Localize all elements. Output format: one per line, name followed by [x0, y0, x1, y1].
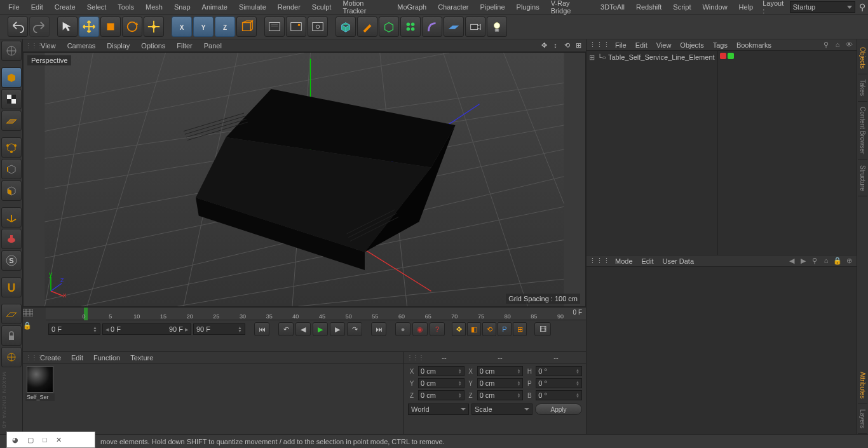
object-tree[interactable]: ⊞ └○ Table_Self_Service_Line_Element — [587, 51, 718, 255]
make-editable-button[interactable] — [1, 41, 22, 61]
vp-maximize-icon[interactable]: ⊞ — [574, 41, 583, 50]
grip-icon[interactable]: ⋮⋮⋮ — [25, 42, 34, 49]
menu-render[interactable]: Render — [272, 1, 306, 13]
attr-menu-edit[interactable]: Edit — [638, 256, 658, 266]
obj-menu-bookmarks[interactable]: Bookmarks — [733, 40, 775, 50]
autokey-button[interactable]: ◉ — [412, 322, 428, 336]
viewport-perspective[interactable]: Perspective Grid Spacing : 100 cm — [23, 52, 586, 307]
axis-tool-button[interactable] — [1, 207, 22, 227]
search-icon[interactable]: ⚲ — [859, 2, 865, 12]
menu-character[interactable]: Character — [432, 1, 474, 13]
attr-nav-back-icon[interactable]: ◀ — [787, 257, 796, 266]
taskbar-restore-icon[interactable]: ▢ — [27, 436, 34, 444]
polygon-mode-button[interactable] — [1, 180, 22, 201]
menu-animate[interactable]: Animate — [196, 1, 233, 13]
texture-mode-button[interactable] — [1, 89, 22, 109]
timeline-ruler[interactable]: 0 F 051015202530354045505560657075808590 — [46, 308, 586, 320]
menu-redshift[interactable]: Redshift — [630, 1, 667, 13]
key-pos-toggle[interactable]: ✥ — [452, 322, 466, 336]
attr-menu-userdata[interactable]: User Data — [659, 256, 698, 266]
size-mode-dropdown[interactable]: Scale — [471, 404, 532, 415]
add-bend-button[interactable] — [422, 17, 442, 37]
attr-home-icon[interactable]: ⌂ — [822, 257, 831, 266]
grip-icon[interactable]: ⋮⋮⋮ — [589, 41, 610, 49]
size-field[interactable]: 0 cm▲▼ — [477, 378, 524, 388]
key-param-toggle[interactable]: P — [498, 322, 512, 336]
next-key-button[interactable]: ↷ — [347, 322, 362, 336]
add-subdivision-button[interactable] — [379, 17, 399, 37]
obj-menu-file[interactable]: File — [611, 40, 630, 50]
menu-snap[interactable]: Snap — [168, 1, 196, 13]
obj-menu-view[interactable]: View — [653, 40, 675, 50]
tree-row-root[interactable]: ⊞ └○ Table_Self_Service_Line_Element — [588, 52, 716, 62]
os-taskbar-preview[interactable]: ◕ ▢ □ ✕ — [6, 431, 95, 448]
timeline-range-field[interactable]: ◀0 F90 F▶ — [102, 323, 191, 335]
add-pen-button[interactable] — [357, 17, 377, 37]
edge-mode-button[interactable] — [1, 159, 22, 179]
timeline-end-field[interactable]: 90 F▲▼ — [193, 323, 245, 335]
vp-menu-view[interactable]: View — [36, 41, 61, 51]
goto-start-button[interactable]: ⏮ — [254, 322, 269, 336]
workplane-snap-button[interactable] — [1, 304, 22, 324]
render-view-button[interactable] — [264, 17, 285, 37]
planar-workplane-button[interactable] — [1, 347, 22, 367]
add-array-button[interactable] — [400, 17, 421, 37]
apply-button[interactable]: Apply — [535, 404, 582, 415]
locked-workplane-button[interactable] — [1, 325, 22, 346]
add-light-button[interactable] — [487, 17, 507, 37]
render-tag-icon[interactable] — [728, 53, 734, 59]
tab-takes[interactable]: Takes — [858, 74, 867, 102]
obj-menu-objects[interactable]: Objects — [676, 40, 707, 50]
menu-vray[interactable]: V-Ray Bridge — [545, 0, 595, 17]
vp-menu-cameras[interactable]: Cameras — [62, 41, 101, 51]
add-camera-button[interactable] — [465, 17, 485, 37]
menu-3dtoall[interactable]: 3DToAll — [595, 1, 630, 13]
menu-simulate[interactable]: Simulate — [233, 1, 272, 13]
mat-menu-edit[interactable]: Edit — [67, 353, 88, 363]
vp-menu-display[interactable]: Display — [102, 41, 135, 51]
point-mode-button[interactable] — [1, 137, 22, 158]
menu-sculpt[interactable]: Sculpt — [306, 1, 337, 13]
add-floor-button[interactable] — [444, 17, 464, 37]
menu-file[interactable]: File — [3, 1, 25, 13]
move-tool[interactable] — [79, 17, 99, 37]
vp-menu-filter[interactable]: Filter — [172, 41, 197, 51]
menu-script[interactable]: Script — [667, 1, 696, 13]
keyframe-sel-button[interactable]: ? — [430, 322, 445, 336]
expand-icon[interactable]: ⊞ — [589, 53, 595, 62]
coord-system-button[interactable] — [236, 17, 257, 37]
menu-tools[interactable]: Tools — [112, 1, 140, 13]
goto-end-button[interactable]: ⏭ — [371, 322, 386, 336]
vp-menu-options[interactable]: Options — [136, 41, 170, 51]
menu-edit[interactable]: Edit — [25, 1, 49, 13]
obj-search-icon[interactable]: ⚲ — [822, 41, 831, 50]
obj-eye-icon[interactable]: 👁 — [844, 41, 853, 50]
render-picture-viewer-button[interactable] — [286, 17, 306, 37]
vp-menu-panel[interactable]: Panel — [199, 41, 227, 51]
mat-menu-function[interactable]: Function — [89, 353, 125, 363]
scale-tool[interactable] — [100, 17, 121, 37]
tab-layers[interactable]: Layers — [858, 404, 867, 434]
material-name[interactable]: Self_Ser — [25, 393, 55, 401]
pos-field[interactable]: 0 cm▲▼ — [418, 366, 465, 376]
record-button[interactable]: ● — [395, 322, 410, 336]
obj-menu-tags[interactable]: Tags — [709, 40, 731, 50]
menu-create[interactable]: Create — [49, 1, 81, 13]
live-select-tool[interactable] — [57, 17, 78, 37]
workplane-mode-button[interactable] — [1, 111, 22, 131]
material-item[interactable]: Self_Ser — [25, 366, 55, 401]
redo-button[interactable] — [29, 17, 50, 37]
mat-menu-texture[interactable]: Texture — [126, 353, 158, 363]
tab-attributes[interactable]: Attributes — [858, 367, 867, 404]
tab-content-browser[interactable]: Content Browser — [858, 102, 867, 160]
grip-icon[interactable]: ⋮⋮⋮ — [407, 354, 416, 361]
obj-home-icon[interactable]: ⌂ — [833, 41, 842, 50]
x-axis-lock[interactable]: X — [172, 17, 192, 37]
obj-menu-edit[interactable]: Edit — [632, 40, 651, 50]
render-settings-button[interactable] — [308, 17, 328, 37]
taskbar-maximize-icon[interactable]: □ — [43, 436, 47, 444]
visibility-tag-icon[interactable] — [720, 53, 726, 59]
menu-pipeline[interactable]: Pipeline — [474, 1, 510, 13]
timeline-film-icon[interactable]: 🎞 — [534, 322, 551, 336]
y-axis-lock[interactable]: Y — [193, 17, 214, 37]
